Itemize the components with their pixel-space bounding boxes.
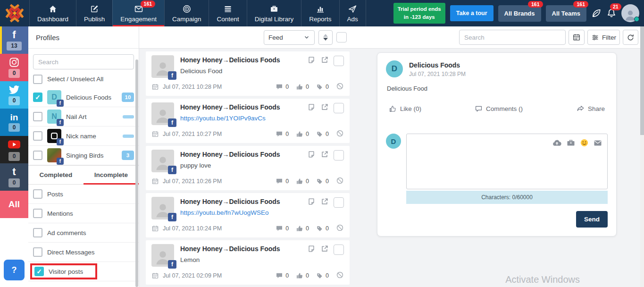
block-icon[interactable] bbox=[336, 177, 344, 186]
feed-item[interactable]: f Honey Honey→Delicious Foods puppy love bbox=[146, 146, 350, 190]
rail-item-all[interactable]: All bbox=[0, 191, 28, 218]
note-icon[interactable] bbox=[307, 245, 316, 253]
filter-row-visitor-posts[interactable]: Visitor posts bbox=[28, 262, 139, 281]
share-action[interactable]: Share bbox=[576, 104, 605, 113]
all-teams-button[interactable]: 161 All Teams bbox=[546, 5, 586, 22]
filter-checkbox[interactable] bbox=[33, 189, 42, 199]
post-checkbox[interactable] bbox=[334, 150, 344, 160]
external-link-icon[interactable] bbox=[320, 197, 329, 206]
nav-item-digital-library[interactable]: Digital Library bbox=[247, 0, 301, 26]
feed-item[interactable]: f Honey Honey→Delicious Foods Delicious … bbox=[146, 51, 350, 96]
profile-row-nail-art[interactable]: N f Nail Art bbox=[28, 107, 139, 127]
select-all-checkbox[interactable] bbox=[33, 75, 42, 84]
send-button[interactable]: Send bbox=[576, 211, 608, 228]
nav-item-dashboard[interactable]: Dashboard bbox=[29, 0, 76, 26]
block-icon[interactable] bbox=[336, 82, 344, 92]
nav-item-campaign[interactable]: Campaign bbox=[164, 0, 209, 26]
visitor-posts-highlight-box: Visitor posts bbox=[30, 263, 97, 279]
profile-checkbox[interactable] bbox=[33, 93, 42, 102]
profile-count-badge: 3 bbox=[122, 151, 134, 160]
filter-checkbox[interactable] bbox=[33, 209, 42, 218]
filter-row-mentions[interactable]: Mentions bbox=[28, 204, 139, 223]
external-link-icon[interactable] bbox=[320, 150, 329, 159]
profile-row-delicious-foods[interactable]: D f Delicious Foods 10 bbox=[28, 88, 139, 107]
app-logo[interactable] bbox=[0, 0, 29, 26]
post-checkbox[interactable] bbox=[334, 103, 344, 113]
like-action[interactable]: Like (0) bbox=[389, 104, 421, 113]
cloud-upload-icon[interactable] bbox=[552, 138, 562, 148]
profile-row-nick-name[interactable]: f Nick name bbox=[28, 127, 139, 146]
rail-item-facebook[interactable]: f 13 bbox=[0, 26, 28, 54]
profiles-search-input[interactable] bbox=[33, 54, 134, 69]
feed-item[interactable]: f Honey Honey→Delicious Foods https://yo… bbox=[146, 99, 350, 143]
rail-item-instagram[interactable]: 0 bbox=[0, 54, 28, 81]
facebook-badge-icon: f bbox=[168, 166, 176, 174]
comments-action[interactable]: Comments () bbox=[475, 104, 523, 113]
nav-item-content[interactable]: Content bbox=[209, 0, 246, 26]
note-icon[interactable] bbox=[307, 150, 316, 159]
note-icon[interactable] bbox=[307, 197, 316, 206]
external-link-icon[interactable] bbox=[320, 103, 329, 111]
post-checkbox[interactable] bbox=[334, 56, 344, 66]
filter-checkbox[interactable] bbox=[33, 228, 42, 237]
nav-item-publish[interactable]: Publish bbox=[76, 0, 112, 26]
feed-search-input[interactable] bbox=[459, 30, 566, 45]
take-a-tour-button[interactable]: Take a tour bbox=[450, 5, 493, 21]
filter-checkbox[interactable] bbox=[33, 247, 42, 257]
profile-checkbox[interactable] bbox=[33, 112, 42, 121]
feed-item[interactable]: f Honey Honey→Delicious Foods Lemon bbox=[146, 240, 350, 285]
external-link-icon[interactable] bbox=[320, 245, 329, 253]
help-button[interactable]: ? bbox=[4, 260, 25, 280]
block-icon[interactable] bbox=[336, 224, 344, 233]
scrollbar-thumb[interactable] bbox=[640, 26, 644, 135]
profiles-scrollbar[interactable] bbox=[135, 59, 138, 287]
briefcase-icon[interactable] bbox=[566, 138, 576, 148]
filter-row-posts[interactable]: Posts bbox=[28, 185, 139, 204]
select-all-feed-checkbox[interactable] bbox=[336, 32, 347, 42]
feed-item[interactable]: f Honey Honey→Delicious Foods https://yo… bbox=[146, 193, 350, 237]
user-avatar[interactable] bbox=[621, 4, 639, 22]
profile-checkbox[interactable] bbox=[33, 131, 42, 141]
rail-item-twitter[interactable]: 0 bbox=[0, 81, 28, 109]
filter-row-ad-comments[interactable]: Ad comments bbox=[28, 223, 139, 243]
rail-item-youtube[interactable]: 0 bbox=[0, 136, 28, 163]
filter-button[interactable]: Filter bbox=[587, 30, 620, 45]
post-checkbox[interactable] bbox=[334, 245, 344, 255]
profile-row-singing-birds[interactable]: f Singing Birds 3 bbox=[28, 146, 139, 165]
nav-item-ads[interactable]: Ads bbox=[339, 0, 366, 26]
facebook-badge-icon: f bbox=[168, 213, 176, 221]
smiley-icon[interactable] bbox=[580, 138, 589, 147]
page-scrollbar[interactable] bbox=[640, 26, 644, 287]
nav-item-reports[interactable]: Reports bbox=[301, 0, 339, 26]
all-brands-button[interactable]: 161 All Brands bbox=[498, 5, 541, 22]
block-icon[interactable] bbox=[336, 271, 344, 280]
thumbs-up-icon bbox=[296, 83, 303, 91]
filter-label: Direct Messages bbox=[47, 249, 95, 256]
notifications-bell-button[interactable]: 21 bbox=[606, 8, 617, 18]
briefcase-icon bbox=[269, 4, 279, 14]
feed-type-select[interactable]: Feed bbox=[264, 30, 315, 45]
envelope-icon[interactable] bbox=[593, 138, 602, 148]
tab-incomplete[interactable]: Incomplete bbox=[84, 166, 139, 184]
rail-item-linkedin[interactable]: in 0 bbox=[0, 109, 28, 136]
profile-checkbox[interactable] bbox=[33, 151, 42, 160]
post-checkbox[interactable] bbox=[334, 197, 344, 208]
calendar-button[interactable] bbox=[569, 30, 585, 45]
sort-order-button[interactable] bbox=[318, 30, 333, 45]
filter-row-direct-messages[interactable]: Direct Messages bbox=[28, 243, 139, 262]
post-message-link[interactable]: https://youtu.be/1YOIPv9avCs bbox=[180, 115, 280, 122]
refresh-button[interactable] bbox=[623, 30, 638, 45]
select-unselect-all-row[interactable]: Select / Unselect All bbox=[28, 70, 139, 88]
tab-completed[interactable]: Completed bbox=[28, 166, 84, 184]
rail-item-tumblr[interactable]: t 0 bbox=[0, 163, 28, 191]
leaf-icon[interactable] bbox=[591, 8, 602, 18]
post-message-link[interactable]: https://youtu.be/fn7wUogWSEo bbox=[180, 209, 280, 216]
filter-checkbox[interactable] bbox=[34, 267, 44, 276]
note-icon[interactable] bbox=[307, 103, 316, 111]
nav-item-engagement[interactable]: 161 Engagement bbox=[112, 0, 164, 26]
block-icon[interactable] bbox=[336, 129, 344, 139]
external-link-icon[interactable] bbox=[320, 56, 329, 64]
post-detail-card: D Delicious Foods Jul 07, 2021 10:28 PM … bbox=[377, 52, 617, 236]
comments-count: 0 bbox=[276, 272, 289, 279]
note-icon[interactable] bbox=[307, 56, 316, 64]
